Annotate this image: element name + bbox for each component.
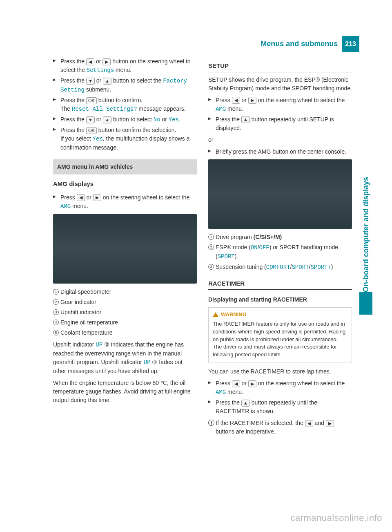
callout-item: 2Gear indicator [53,298,197,306]
button-box-icon: ▲ [241,116,250,123]
button-box-icon: ▶ [248,97,256,104]
callout-item: 3Upshift indicator [53,308,197,317]
button-box-icon: ▶ [248,380,256,387]
button-box-icon: ◀ [232,380,240,387]
callout-number-icon: 4 [53,318,60,327]
side-tab-marker [359,292,372,315]
step-text: Press the ▲ button repeatedly until SETU… [216,115,352,132]
callout-number-icon: 3 [208,263,216,272]
callout-text: Coolant temperature [60,329,197,337]
warning-text: The RACETIMER feature is only for use on… [213,320,347,359]
callout-item: 3Suspension tuning (COMFORT/SPORT/SPORT+… [208,263,352,272]
step-arrow-icon [53,57,60,75]
step-text: Press the OK button to confirm.The Reset… [60,96,197,114]
button-box-icon: OK [86,127,97,134]
button-box-icon: ▲ [103,78,111,85]
step-item: Press ◀ or ▶ on the steering wheel to se… [53,193,197,211]
callout-item: 1Drive program (C/S/S+/M) [208,233,352,241]
step-text: Press the ▼ or ▲ button to select No or … [60,115,197,124]
step-item: Press the ▼ or ▲ button to select No or … [53,115,197,124]
step-arrow-icon [53,193,60,211]
subheading-racetimer-start: Displaying and starting RACETIMER [208,295,352,304]
step-arrow-icon [53,126,60,152]
button-box-icon: ▶ [93,194,101,201]
paragraph-setup: SETUP shows the drive program, the ESP® … [208,76,352,93]
callout-number-icon: 1 [208,233,216,241]
callout-text: Upshift indicator [60,308,197,317]
step-text: Press ◀ or ▶ on the steering wheel to se… [216,96,352,114]
page-number: 213 [342,36,359,52]
step-item: Press ◀ or ▶ on the steering wheel to se… [208,379,352,397]
step-text: Briefly press the AMG button on the cent… [216,148,352,156]
button-box-icon: ▶ [102,58,111,65]
step-item: Press the ▲ button repeatedly until SETU… [208,115,352,132]
heading-racetimer: RACETIMER [208,279,352,290]
button-box-icon: ◀ [86,58,94,65]
side-tab-label: On-board computer and displays [361,53,372,292]
button-box-icon: ▲ [103,116,111,123]
callout-text: Gear indicator [60,298,197,306]
step-text: Press the ▲ button repeatedly until the … [216,398,352,416]
amg-display-illustration [53,214,197,284]
callout-item: 4Engine oil temperature [53,318,197,327]
step-text: Press the ▼ or ▲ button to select the Fa… [60,76,197,94]
info-text: If the RACETIMER is selected, the ◀ and … [216,419,352,436]
paragraph-upshift: Upshift indicator UP ③ indicates that th… [53,340,197,376]
step-arrow-icon [208,96,216,114]
callout-item: 2ESP® mode (ON/OFF) or SPORT handling mo… [208,243,352,261]
content-columns: Press the ◀ or ▶ button on the steering … [53,57,352,439]
step-arrow-icon [53,115,60,124]
callout-number-icon: 1 [53,288,60,296]
step-item: Press the OK button to confirm.The Reset… [53,96,197,114]
warning-heading: WARNING [213,311,347,319]
callout-item: 1Digital speedometer [53,288,197,296]
callout-text: Engine oil temperature [60,318,197,327]
step-text: Press ◀ or ▶ on the steering wheel to se… [60,193,197,211]
step-item: Press the ▼ or ▲ button to select the Fa… [53,76,197,94]
section-heading-amg: AMG menu in AMG vehicles [53,159,197,174]
step-arrow-icon [53,76,60,94]
button-box-icon: ◀ [305,420,313,427]
step-arrow-icon [208,148,216,156]
button-box-icon: ▼ [86,78,95,85]
right-column: SETUP SETUP shows the drive program, the… [208,57,352,439]
callout-number-icon: 5 [53,329,60,337]
step-item: Press ◀ or ▶ on the steering wheel to se… [208,96,352,114]
callout-number-icon: 2 [208,243,216,261]
button-box-icon: OK [86,97,97,104]
warning-box: WARNING The RACETIMER feature is only fo… [208,307,352,362]
page-header: Menus and submenus 213 [256,36,359,52]
button-box-icon: ▼ [86,116,95,123]
step-arrow-icon [208,398,216,416]
step-item: Briefly press the AMG button on the cent… [208,148,352,156]
step-text: Press the OK button to confirm the selec… [60,126,197,152]
left-column: Press the ◀ or ▶ button on the steering … [53,57,197,439]
step-item: Press the OK button to confirm the selec… [53,126,197,152]
side-tab: On-board computer and displays [359,53,372,315]
header-title: Menus and submenus [256,36,342,52]
step-arrow-icon [208,379,216,397]
paragraph-racetimer: You can use the RACETIMER to store lap t… [208,367,352,376]
info-note: i If the RACETIMER is selected, the ◀ an… [208,419,352,436]
step-arrow-icon [208,115,216,132]
callout-number-icon: 2 [53,298,60,306]
callout-item: 5Coolant temperature [53,329,197,337]
button-box-icon: ◀ [232,97,240,104]
heading-setup: SETUP [208,61,352,72]
button-box-icon: ▶ [326,420,334,427]
callout-text: Digital speedometer [60,288,197,296]
step-item: Press the ▲ button repeatedly until the … [208,398,352,416]
or-label: or [208,136,352,144]
warning-label: WARNING [221,311,247,319]
heading-amg-displays: AMG displays [53,179,197,190]
callout-text: Suspension tuning (COMFORT/SPORT/SPORT+) [216,263,352,272]
callout-number-icon: 3 [53,308,60,317]
setup-display-illustration [208,159,352,229]
step-arrow-icon [53,96,60,114]
step-item: Press the ◀ or ▶ button on the steering … [53,57,197,75]
info-icon: i [208,419,216,436]
button-box-icon: ▲ [241,400,250,407]
paragraph-engine-temp: When the engine temperature is below 80 … [53,379,197,405]
callout-text: Drive program (C/S/S+/M) [216,233,352,241]
watermark: carmanualsonline.info [290,511,382,525]
